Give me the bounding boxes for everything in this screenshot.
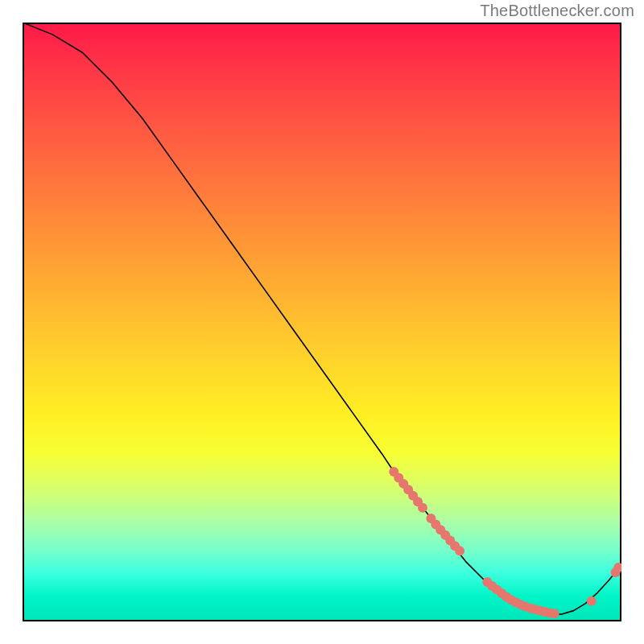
chart-container: TheBottlenecker.com (0, 0, 644, 644)
attribution-label: TheBottlenecker.com (480, 2, 634, 20)
plot-background (23, 23, 621, 621)
